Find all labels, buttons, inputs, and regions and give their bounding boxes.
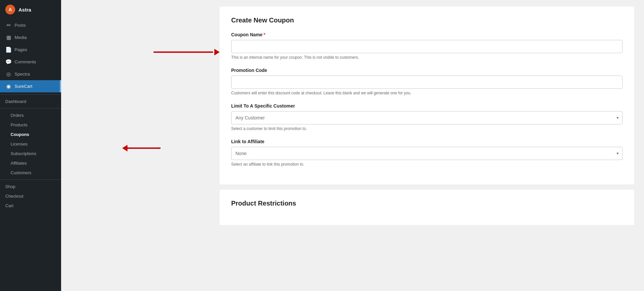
create-coupon-title: Create New Coupon [231, 16, 623, 24]
sidebar-item-media-label: Media [15, 35, 27, 40]
sidebar-sub-checkout[interactable]: Checkout [0, 191, 61, 201]
sidebar-sub-coupons[interactable]: Coupons [0, 130, 61, 139]
sidebar: A Astra ✏ Posts ▦ Media 📄 Pages 💬 Commen… [0, 0, 61, 291]
sidebar-sub-orders[interactable]: Orders [0, 111, 61, 120]
spectra-icon: ◎ [5, 71, 12, 77]
sidebar-item-spectra-label: Spectra [15, 72, 30, 77]
limit-customer-group: Limit To A Specific Customer Any Custome… [231, 103, 623, 131]
posts-icon: ✏ [5, 22, 12, 28]
promotion-code-group: Promotion Code Customers will enter this… [231, 68, 623, 95]
sidebar-divider-2 [0, 108, 61, 109]
comments-icon: 💬 [5, 59, 12, 65]
coupon-name-label: Coupon Name* [231, 32, 623, 37]
promotion-code-help: Customers will enter this discount code … [231, 91, 623, 95]
sidebar-sub-customers[interactable]: Customers [0, 168, 61, 178]
pages-icon: 📄 [5, 47, 12, 53]
product-restrictions-title: Product Restrictions [231, 200, 623, 207]
sidebar-item-surecart[interactable]: ◉ SureCart [0, 80, 61, 92]
sidebar-item-posts-label: Posts [15, 23, 26, 28]
sidebar-sub-dashboard[interactable]: Dashboard [0, 97, 61, 106]
product-restrictions-card: Product Restrictions [220, 190, 634, 225]
arrow-to-coupons [122, 145, 162, 151]
limit-customer-select-wrapper: Any Customer ▾ [231, 111, 623, 124]
link-affiliate-label: Link to Affiliate [231, 139, 623, 144]
sidebar-sub-subscriptions[interactable]: Subscriptions [0, 149, 61, 158]
sidebar-sub-products[interactable]: Products [0, 120, 61, 130]
limit-customer-select[interactable]: Any Customer [231, 111, 623, 124]
limit-customer-label: Limit To A Specific Customer [231, 103, 623, 109]
sidebar-item-posts[interactable]: ✏ Posts [0, 19, 61, 31]
promotion-code-label: Promotion Code [231, 68, 623, 73]
sidebar-item-media[interactable]: ▦ Media [0, 31, 61, 44]
main-wrapper: Create New Coupon Coupon Name* This is a… [61, 0, 644, 291]
sidebar-divider-top [0, 94, 61, 95]
link-affiliate-select[interactable]: None [231, 147, 623, 160]
sidebar-logo[interactable]: A Astra [0, 0, 61, 19]
link-affiliate-group: Link to Affiliate None ▾ Select an affil… [231, 139, 623, 167]
sidebar-item-comments-label: Comments [15, 59, 36, 64]
link-affiliate-select-wrapper: None ▾ [231, 147, 623, 160]
sidebar-item-pages-label: Pages [15, 47, 27, 52]
required-star: * [264, 32, 265, 37]
right-panel: Create New Coupon Coupon Name* This is a… [220, 0, 644, 291]
right-arrow-icon [154, 49, 220, 55]
left-space [61, 0, 220, 291]
left-arrow-icon [122, 145, 162, 151]
sidebar-item-comments[interactable]: 💬 Comments [0, 56, 61, 68]
astra-logo-icon: A [5, 5, 15, 15]
coupon-name-group: Coupon Name* This is an internal name fo… [231, 32, 623, 60]
sidebar-logo-label: Astra [18, 7, 31, 13]
sidebar-sub-shop[interactable]: Shop [0, 182, 61, 191]
sidebar-sub-affiliates[interactable]: Affiliates [0, 158, 61, 168]
sidebar-sub-cart[interactable]: Cart [0, 201, 61, 210]
sidebar-item-pages[interactable]: 📄 Pages [0, 44, 61, 56]
promotion-code-input[interactable] [231, 76, 623, 89]
sidebar-item-surecart-label: SureCart [15, 84, 32, 89]
coupon-name-help: This is an internal name for your coupon… [231, 55, 623, 60]
coupon-name-input[interactable] [231, 40, 623, 53]
arrow-to-coupon-name [154, 49, 220, 55]
link-affiliate-help: Select an affiliate to link this promoti… [231, 162, 623, 167]
surecart-icon: ◉ [5, 83, 12, 89]
sidebar-item-spectra[interactable]: ◎ Spectra [0, 68, 61, 80]
create-coupon-card: Create New Coupon Coupon Name* This is a… [220, 7, 634, 184]
sidebar-sub-licenses[interactable]: Licenses [0, 139, 61, 149]
limit-customer-help: Select a customer to limit this promotio… [231, 126, 623, 131]
media-icon: ▦ [5, 34, 12, 41]
sidebar-divider-3 [0, 179, 61, 180]
